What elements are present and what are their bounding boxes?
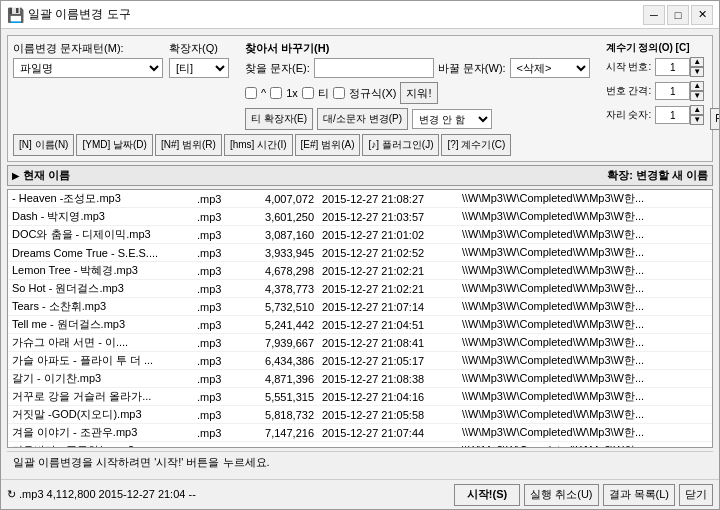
- file-list[interactable]: - Heaven -조성모.mp3.mp34,007,0722015-12-27…: [7, 189, 713, 448]
- file-list-cell: 거꾸로 강을 거슬러 올라가...: [8, 388, 193, 406]
- btn-ymd[interactable]: [YMD] 날짜(D): [76, 134, 152, 156]
- digits-spinner: ▲ ▼: [655, 105, 704, 125]
- table-row[interactable]: 겨을바다 - 푸른하늘.mp3.mp311,151,4752015-12-27 …: [8, 442, 712, 449]
- file-list-cell: 4,007,072: [238, 190, 318, 208]
- file-list-cell: 3,601,250: [238, 208, 318, 226]
- file-list-cell: Tears - 소찬휘.mp3: [8, 298, 193, 316]
- start-number-spin-btns: ▲ ▼: [690, 57, 704, 77]
- table-row[interactable]: 가슈그 아래 서면 - 이.....mp37,939,6672015-12-27…: [8, 334, 712, 352]
- window-title: 일괄 이름변경 도구: [28, 6, 643, 23]
- table-row[interactable]: Tears - 소찬휘.mp3.mp35,732,5102015-12-27 2…: [8, 298, 712, 316]
- file-list-cell: \\W\Mp3\W\Completed\W\Mp3\W한...: [458, 190, 712, 208]
- table-row[interactable]: 갈기 - 이기찬.mp3.mp34,871,3962015-12-27 21:0…: [8, 370, 712, 388]
- file-list-cell: .mp3: [193, 406, 238, 424]
- file-list-cell: \\W\Mp3\W\Completed\W\Mp3\W한...: [458, 298, 712, 316]
- main-window: 💾 일괄 이름변경 도구 ─ □ ✕ 이름변경 문자패턴(M): 파일명: [0, 0, 720, 510]
- digits-down[interactable]: ▼: [690, 115, 704, 125]
- btn-plugin[interactable]: [♪] 플러그인(J): [362, 134, 439, 156]
- replace-text-select[interactable]: <삭제>: [510, 58, 590, 78]
- check-ti[interactable]: [302, 87, 314, 99]
- bottom-bar: ↻ .mp3 4,112,800 2015-12-27 21:04 -- 시작!…: [1, 479, 719, 509]
- btn-counter[interactable]: [?] 계수기(C): [441, 134, 511, 156]
- digits-spin-btns: ▲ ▼: [690, 105, 704, 125]
- close-button-bottom[interactable]: 닫기: [679, 484, 713, 506]
- file-list-cell: .mp3: [193, 244, 238, 262]
- file-list-cell: 2015-12-27 21:05:09: [318, 442, 458, 449]
- status-bar: 일괄 이름변경을 시작하려면 '시작!' 버튼을 누르세요.: [7, 451, 713, 473]
- check-regex-label: 정규식(X): [349, 86, 397, 101]
- file-list-cell: 2015-12-27 21:04:16: [318, 388, 458, 406]
- table-row[interactable]: So Hot - 원더걸스.mp3.mp34,378,7732015-12-27…: [8, 280, 712, 298]
- start-button[interactable]: 시작!(S): [454, 484, 520, 506]
- new-name-col-label: 확장: 변경할 새 이름: [607, 168, 708, 183]
- table-row[interactable]: - Heaven -조성모.mp3.mp34,007,0722015-12-27…: [8, 190, 712, 208]
- check-regex[interactable]: [333, 87, 345, 99]
- ext-apply-button[interactable]: 티 확장자(E): [245, 108, 313, 130]
- f2-button[interactable]: F2 설정 블러오기/저장: [710, 108, 719, 130]
- clear-button[interactable]: 지워!: [400, 82, 437, 104]
- interval-down[interactable]: ▼: [690, 91, 704, 101]
- digits-up[interactable]: ▲: [690, 105, 704, 115]
- btn-ext-range[interactable]: [E#] 범위(A): [295, 134, 361, 156]
- file-list-cell: 2015-12-27 21:01:02: [318, 226, 458, 244]
- btn-range[interactable]: [N#] 범위(R): [155, 134, 222, 156]
- result-button[interactable]: 결과 목록(L): [603, 484, 676, 506]
- file-list-cell: .mp3: [193, 334, 238, 352]
- check-1x[interactable]: [270, 87, 282, 99]
- file-list-cell: 3,933,945: [238, 244, 318, 262]
- table-row[interactable]: 거짓말 -GOD(지오디).mp3.mp35,818,7322015-12-27…: [8, 406, 712, 424]
- btn-name[interactable]: [N] 이름(N): [13, 134, 74, 156]
- replace-text-label: 바꿀 문자(W):: [438, 61, 506, 76]
- file-list-cell: 5,241,442: [238, 316, 318, 334]
- find-text-input[interactable]: [314, 58, 434, 78]
- table-row[interactable]: 가슬 아파도 - 플라이 투 더 ....mp36,434,3862015-12…: [8, 352, 712, 370]
- start-number-down[interactable]: ▼: [690, 67, 704, 77]
- file-list-cell: So Hot - 원더걸스.mp3: [8, 280, 193, 298]
- extension-select[interactable]: [티]: [169, 58, 229, 78]
- title-bar: 💾 일괄 이름변경 도구 ─ □ ✕: [1, 1, 719, 29]
- file-list-cell: \\W\Mp3\W\Completed\W\Mp3\W한...: [458, 316, 712, 334]
- bottom-preview: ↻ .mp3 4,112,800 2015-12-27 21:04 --: [7, 488, 196, 501]
- file-list-cell: .mp3: [193, 298, 238, 316]
- start-number-up[interactable]: ▲: [690, 57, 704, 67]
- interval-input[interactable]: [655, 82, 690, 100]
- cancel-button[interactable]: 실행 취소(U): [524, 484, 598, 506]
- counter-group: 계수기 정의(O) [C] 시작 번호: ▲ ▼ 번호 간격:: [606, 41, 705, 125]
- file-list-cell: 2015-12-27 21:08:41: [318, 334, 458, 352]
- start-number-label: 시작 번호:: [606, 60, 652, 74]
- table-row[interactable]: 거꾸로 강을 거슬러 올라가....mp35,551,3152015-12-27…: [8, 388, 712, 406]
- file-list-cell: 2015-12-27 21:07:44: [318, 424, 458, 442]
- close-button[interactable]: ✕: [691, 5, 713, 25]
- case-change-button[interactable]: 대/소문자 변경(P): [317, 108, 408, 130]
- digits-input[interactable]: [655, 106, 690, 124]
- file-list-cell: 2015-12-27 21:02:52: [318, 244, 458, 262]
- minimize-button[interactable]: ─: [643, 5, 665, 25]
- maximize-button[interactable]: □: [667, 5, 689, 25]
- file-list-cell: \\W\Mp3\W\Completed\W\Mp3\W한...: [458, 442, 712, 449]
- btn-hms[interactable]: [hms] 시간(I): [224, 134, 293, 156]
- arrow-icon: ▶: [12, 171, 19, 181]
- file-list-cell: \\W\Mp3\W\Completed\W\Mp3\W한...: [458, 424, 712, 442]
- no-change-select[interactable]: 변경 안 함: [412, 109, 492, 129]
- check-caret[interactable]: [245, 87, 257, 99]
- file-list-cell: 겨을바다 - 푸른하늘.mp3: [8, 442, 193, 449]
- rename-mode-label: 이름변경 문자패턴(M):: [13, 41, 163, 56]
- table-row[interactable]: Dreams Come True - S.E.S.....mp33,933,94…: [8, 244, 712, 262]
- table-row[interactable]: Lemon Tree - 박혜경.mp3.mp34,678,2982015-12…: [8, 262, 712, 280]
- file-list-cell: Lemon Tree - 박혜경.mp3: [8, 262, 193, 280]
- interval-spinner: ▲ ▼: [655, 81, 704, 101]
- file-list-cell: 2015-12-27 21:02:21: [318, 262, 458, 280]
- file-list-cell: 7,147,216: [238, 424, 318, 442]
- interval-up[interactable]: ▲: [690, 81, 704, 91]
- rename-mode-select[interactable]: 파일명: [13, 58, 163, 78]
- table-row[interactable]: Tell me - 원더걸스.mp3.mp35,241,4422015-12-2…: [8, 316, 712, 334]
- table-row[interactable]: 겨을 이야기 - 조관우.mp3.mp37,147,2162015-12-27 …: [8, 424, 712, 442]
- preview-row: .mp3 4,112,800 2015-12-27 21:04 --: [19, 488, 196, 500]
- table-row[interactable]: DOC와 춤을 - 디제이믹.mp3.mp33,087,1602015-12-2…: [8, 226, 712, 244]
- start-number-input[interactable]: [655, 58, 690, 76]
- find-replace-header: 찾아서 바꾸기(H): [245, 41, 590, 56]
- file-list-cell: 2015-12-27 21:05:17: [318, 352, 458, 370]
- file-list-cell: .mp3: [193, 280, 238, 298]
- table-row[interactable]: Dash - 박지영.mp3.mp33,601,2502015-12-27 21…: [8, 208, 712, 226]
- bottom-buttons: 시작!(S) 실행 취소(U) 결과 목록(L) 닫기: [454, 484, 713, 506]
